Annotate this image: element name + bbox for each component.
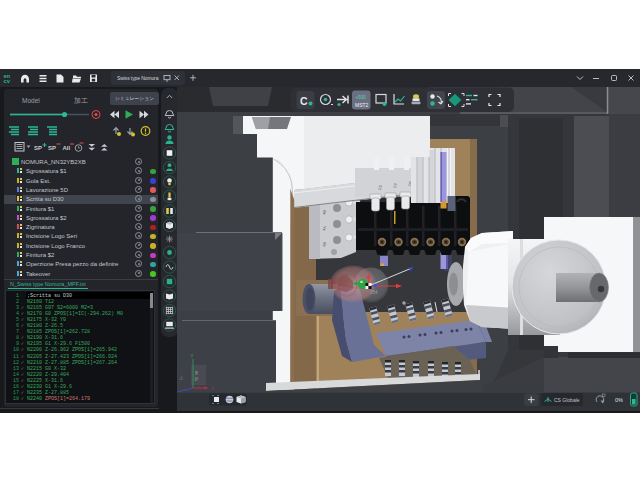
svg-text:+500: +500 <box>356 95 367 100</box>
svg-text:C: C <box>300 95 308 107</box>
svg-text:SP: SP <box>34 145 42 151</box>
svg-text:All: All <box>63 145 71 151</box>
svg-text:054: 054 <box>370 290 378 295</box>
svg-text:cv: cv <box>4 78 11 85</box>
svg-text:上: 上 <box>179 375 184 380</box>
svg-text:SP: SP <box>48 145 56 151</box>
svg-text:抄: 抄 <box>194 376 199 381</box>
svg-text:0%: 0% <box>615 397 623 403</box>
svg-text:CS Globale: CS Globale <box>554 397 580 403</box>
svg-text:MST2: MST2 <box>355 102 369 108</box>
svg-text:Y: Y <box>191 354 194 359</box>
svg-text:直: 直 <box>195 370 199 375</box>
svg-text:X: X <box>211 386 214 391</box>
